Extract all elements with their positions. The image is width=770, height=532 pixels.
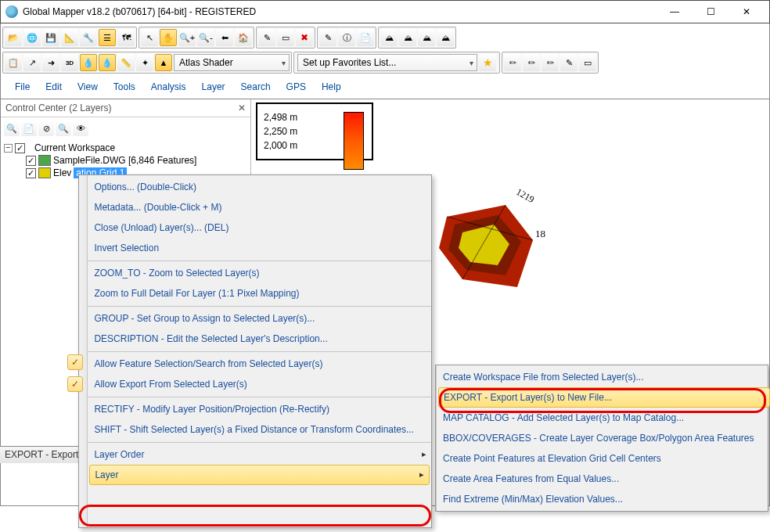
globe-icon[interactable]: 🌐 xyxy=(23,29,41,46)
ctx-allow-selection[interactable]: ✓ Allow Feature Selection/Search from Se… xyxy=(88,351,431,374)
ctx-options[interactable]: Options... (Double-Click) xyxy=(88,177,431,197)
tree-layer-1[interactable]: ✓ SampleFile.DWG [6,846 Features] xyxy=(4,155,247,166)
arrow-icon[interactable]: ➜ xyxy=(42,54,59,71)
menu-search[interactable]: Search xyxy=(233,80,279,94)
expander-icon[interactable]: − xyxy=(4,144,13,153)
crop-icon[interactable]: ▭ xyxy=(277,29,294,46)
hill2-icon[interactable]: ⛰ xyxy=(399,29,416,46)
highlight-icon[interactable]: ✎ xyxy=(319,29,336,46)
route-icon[interactable]: ↗ xyxy=(23,54,41,71)
pointer-icon[interactable]: ↖ xyxy=(141,29,158,46)
toolbar-area: 📂 🌐 💾 📐 🔧 ☰ 🗺 ↖ ✋ 🔍+ 🔍- ⬅ 🏠 ✎ ▭ ✖ ✎ ⓘ 📄 xyxy=(0,23,770,99)
sub-create-workspace[interactable]: Create Workspace File from Selected Laye… xyxy=(437,367,770,387)
star-icon[interactable]: ★ xyxy=(479,54,496,71)
checkbox[interactable]: ✓ xyxy=(15,143,25,153)
layer-add-icon[interactable]: 🔍 xyxy=(4,120,20,136)
terrain-toolbar: ⛰ ⛰ ⛰ ⛰ xyxy=(378,27,456,49)
file-toolbar: 📂 🌐 💾 📐 🔧 ☰ 🗺 xyxy=(2,27,137,49)
shader-combo[interactable]: Atlas Shader xyxy=(174,54,290,71)
layer-vis-icon[interactable]: 👁 xyxy=(73,120,88,136)
ctx-layer-submenu[interactable]: Layer xyxy=(89,465,430,485)
ctx-zoom-full[interactable]: Zoom to Full Detail For Layer (1:1 Pixel… xyxy=(88,283,431,304)
layer-remove-icon[interactable]: ⊘ xyxy=(38,120,54,136)
sub-points[interactable]: Create Point Features at Elevation Grid … xyxy=(437,448,770,469)
zoom-out-icon[interactable]: 🔍- xyxy=(197,29,214,46)
doc-icon[interactable]: 📄 xyxy=(357,29,374,46)
draw1-icon[interactable]: ✏ xyxy=(504,54,521,71)
hill4-icon[interactable]: ⛰ xyxy=(437,29,454,46)
peak-icon[interactable]: ▲ xyxy=(155,54,172,71)
maximize-button[interactable]: ☐ xyxy=(693,1,729,23)
water2-icon[interactable]: 💧 xyxy=(99,54,116,71)
layer1-label: SampleFile.DWG [6,846 Features] xyxy=(53,155,196,166)
draw4-icon[interactable]: ✎ xyxy=(560,54,578,71)
ruler-icon[interactable]: 📏 xyxy=(117,54,135,71)
water-icon[interactable]: 💧 xyxy=(80,54,97,71)
ctx-shift[interactable]: SHIFT - Shift Selected Layer(s) a Fixed … xyxy=(88,419,431,440)
compass-icon[interactable]: ✦ xyxy=(136,54,153,71)
ctx-layer-order[interactable]: Layer Order xyxy=(88,442,431,465)
check-icon: ✓ xyxy=(67,354,83,370)
layers-icon[interactable]: ☰ xyxy=(99,29,116,46)
draw5-icon[interactable]: ▭ xyxy=(579,54,596,71)
pencil-icon[interactable]: ✎ xyxy=(258,29,275,46)
settings-icon[interactable]: 🔧 xyxy=(80,29,97,46)
window-title: Global Mapper v18.2 (b070617) [64-bit] -… xyxy=(23,6,657,17)
ctx-description[interactable]: DESCRIPTION - Edit the Selected Layer's … xyxy=(88,329,431,349)
info-toolbar: ✎ ⓘ 📄 xyxy=(317,27,376,49)
edit-toolbar: ✎ ▭ ✖ xyxy=(256,27,315,49)
draw2-icon[interactable]: ✏ xyxy=(523,54,540,71)
legend-value: 2,000 m xyxy=(264,140,297,151)
ctx-zoom-to[interactable]: ZOOM_TO - Zoom to Selected Layer(s) xyxy=(88,261,431,283)
context-icon-column xyxy=(79,175,88,527)
menu-help[interactable]: Help xyxy=(314,80,349,94)
panel-toolbar: 🔍 📄 ⊘ 🔍 👁 xyxy=(1,117,250,139)
ctx-group[interactable]: GROUP - Set Group to Assign to Selected … xyxy=(88,306,431,329)
pan-icon[interactable]: ✋ xyxy=(160,29,177,46)
menu-tools[interactable]: Tools xyxy=(106,80,143,94)
minimize-button[interactable]: — xyxy=(657,1,693,23)
ctx-invert[interactable]: Invert Selection xyxy=(88,238,431,258)
checkbox[interactable]: ✓ xyxy=(26,156,36,166)
projection-icon[interactable]: 📐 xyxy=(61,29,78,46)
menu-edit[interactable]: Edit xyxy=(38,80,70,94)
map-icon[interactable]: 🗺 xyxy=(117,29,135,46)
menu-view[interactable]: View xyxy=(70,80,106,94)
clipboard-icon[interactable]: 📋 xyxy=(5,54,22,71)
tree-root[interactable]: − ✓ Current Workspace xyxy=(4,142,247,153)
open-icon[interactable]: 📂 xyxy=(5,29,22,46)
ctx-allow-export[interactable]: ✓ Allow Export From Selected Layer(s) xyxy=(88,374,431,394)
save-icon[interactable]: 💾 xyxy=(42,29,59,46)
ctx-close-layer[interactable]: Close (Unload) Layer(s)... (DEL) xyxy=(88,217,431,238)
home-icon[interactable]: 🏠 xyxy=(235,29,252,46)
close-button[interactable]: ✕ xyxy=(729,1,765,23)
sub-areas[interactable]: Create Area Features from Equal Values..… xyxy=(437,469,770,489)
layer-find-icon[interactable]: 🔍 xyxy=(56,120,71,136)
terrain-graphic: 1219 18 xyxy=(431,193,541,303)
3d-icon[interactable]: 3D xyxy=(61,54,78,71)
sub-export[interactable]: EXPORT - Export Layer(s) to New File... xyxy=(438,387,770,408)
hill3-icon[interactable]: ⛰ xyxy=(418,29,435,46)
elevation-legend: 2,498 m 2,250 m 2,000 m xyxy=(256,102,373,160)
back-icon[interactable]: ⬅ xyxy=(216,29,233,46)
favorites-combo[interactable]: Set up Favorites List... xyxy=(297,54,477,71)
sub-extreme[interactable]: Find Extreme (Min/Max) Elevation Values.… xyxy=(437,489,770,509)
menu-analysis[interactable]: Analysis xyxy=(143,80,194,94)
sub-bbox[interactable]: BBOX/COVERAGES - Create Layer Coverage B… xyxy=(437,428,770,448)
ctx-rectify[interactable]: RECTIFY - Modify Layer Position/Projecti… xyxy=(88,397,431,419)
info-icon[interactable]: ⓘ xyxy=(338,29,355,46)
ctx-metadata[interactable]: Metadata... (Double-Click + M) xyxy=(88,197,431,217)
menu-layer[interactable]: Layer xyxy=(194,80,233,94)
checkbox[interactable]: ✓ xyxy=(26,168,36,178)
delete-icon[interactable]: ✖ xyxy=(296,29,313,46)
sub-map-catalog[interactable]: MAP CATALOG - Add Selected Layer(s) to M… xyxy=(437,408,770,428)
hill1-icon[interactable]: ⛰ xyxy=(380,29,398,46)
vector-layer-icon xyxy=(38,155,51,166)
draw-toolbar: ✏ ✏ ✏ ✎ ▭ xyxy=(502,52,599,74)
menu-gps[interactable]: GPS xyxy=(279,80,314,94)
menu-file[interactable]: File xyxy=(7,80,38,94)
layer-copy-icon[interactable]: 📄 xyxy=(21,120,37,136)
panel-close-icon[interactable]: ✕ xyxy=(238,102,246,113)
draw3-icon[interactable]: ✏ xyxy=(542,54,559,71)
zoom-in-icon[interactable]: 🔍+ xyxy=(178,29,196,46)
